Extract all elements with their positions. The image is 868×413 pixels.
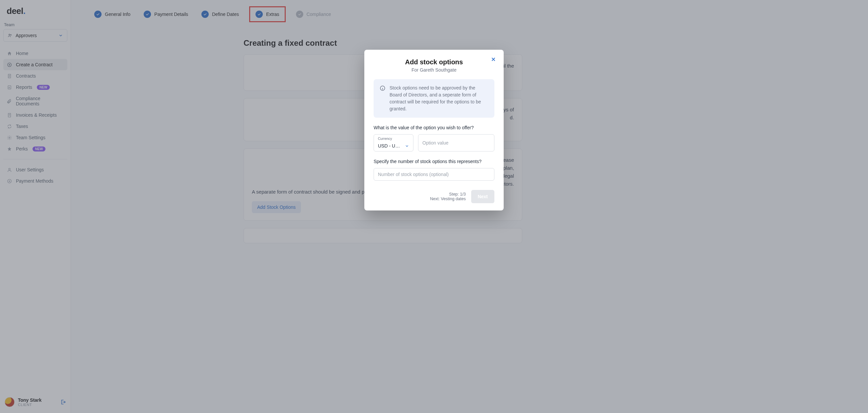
quantity-label: Specify the number of stock options this…: [374, 159, 494, 164]
value-label: What is the value of the option you wish…: [374, 125, 494, 130]
modal-footer: Step: 1/3 Next: Vesting dates Next: [374, 190, 494, 203]
step-info: Step: 1/3 Next: Vesting dates: [430, 192, 466, 201]
quantity-input-wrap: [374, 168, 494, 181]
info-text: Stock options need to be approved by the…: [390, 84, 488, 112]
quantity-input[interactable]: [378, 172, 490, 177]
currency-value: USD - US…: [378, 143, 402, 148]
currency-mini-label: Currency: [378, 137, 409, 141]
option-value-input[interactable]: [423, 140, 490, 145]
currency-select[interactable]: Currency USD - US…: [374, 134, 413, 151]
modal-overlay[interactable]: Add stock options For Gareth Southgate S…: [0, 0, 868, 413]
step-counter: Step: 1/3: [430, 192, 466, 197]
next-step-hint: Next: Vesting dates: [430, 197, 466, 201]
add-stock-options-modal: Add stock options For Gareth Southgate S…: [364, 50, 504, 210]
next-button[interactable]: Next: [471, 190, 494, 203]
option-value-input-wrap: [418, 134, 494, 151]
modal-subtitle: For Gareth Southgate: [374, 67, 494, 73]
close-icon[interactable]: [490, 56, 496, 62]
info-icon: [380, 85, 385, 112]
modal-title: Add stock options: [374, 58, 494, 66]
chevron-down-icon: [405, 144, 409, 148]
info-box: Stock options need to be approved by the…: [374, 79, 494, 118]
